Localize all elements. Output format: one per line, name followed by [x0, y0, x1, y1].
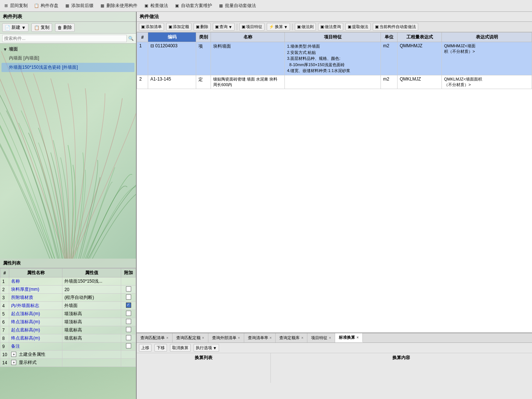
prop-value-9[interactable]	[62, 342, 121, 351]
expand-btn-14[interactable]: +	[11, 360, 16, 365]
search-icon: 🔍	[128, 36, 134, 41]
col-proj-char: 项目特征	[285, 33, 381, 42]
tree-item-outer-wall[interactable]: 外墙面150*150浅蓝色瓷砖 [外墙面]	[1, 63, 134, 72]
delete-row-btn[interactable]: ▣ 删除	[194, 23, 211, 31]
prop-value-1[interactable]: 外墙面150*150浅...	[62, 277, 121, 286]
method-btn[interactable]: ▣ 做法则	[295, 23, 316, 31]
row2-name: 镶贴陶瓷面砖密缝 墙面 水泥膏 块料周长600内	[211, 75, 285, 89]
prop-name-2: 块料厚度(mm)	[9, 286, 62, 294]
layer-copy-btn[interactable]: ⊞ 层间复制	[3, 3, 28, 9]
prop-name-7: 起点底标高(m)	[9, 326, 62, 334]
prop-value-3[interactable]: (程序自动判断)	[62, 294, 121, 302]
exec-dropdown: ▼	[213, 346, 217, 350]
project-char-btn[interactable]: ▣ 项目特征	[239, 23, 265, 31]
right-toolbar: ▣ 添加清单 ▣ 添加定额 ▣ 删除 ▣ 查询 ▼ ▣ 项目特征 ⚡	[137, 22, 532, 32]
add-list-btn[interactable]: ▣ 添加清单	[139, 23, 164, 31]
method-query-btn[interactable]: ▣ 做法查询	[318, 23, 343, 31]
tree-item-inner-wall[interactable]: 内墙面 [内墙面]	[1, 54, 134, 63]
props-col-name: 属性名称	[9, 269, 62, 277]
tab-query-match-fixed[interactable]: 查询匹配定额 ×	[173, 333, 208, 342]
prop-value-2[interactable]: 20	[62, 286, 121, 294]
calc-btn[interactable]: ⚡ 换算 ▼	[267, 23, 290, 31]
save-component-btn[interactable]: 📋 构件存盘	[34, 3, 58, 9]
data-table-container: # 编码 类别 名称 项目特征 单位 工程量表达式 表达式说明 1 ⊟	[137, 32, 532, 332]
auto-scheme-btn[interactable]: ▣ 自动套方案维护	[174, 3, 212, 9]
col-num: #	[137, 33, 148, 42]
bottom-tabs: 查询匹配清单 × 查询匹配定额 × 查询外部清单 × 查询清单率 × 查询定额库	[137, 332, 532, 399]
expand-icon: ▼	[3, 47, 7, 52]
prop-value-14	[62, 359, 121, 367]
check-method-btn[interactable]: ▣ 检查做法	[143, 3, 168, 9]
tab-project-char[interactable]: 项目特征 ×	[307, 333, 335, 342]
prefix-icon: ▦	[64, 3, 70, 9]
auto-method-icon: ▣	[375, 24, 379, 29]
prop-name-6: 终点顶标高(m)	[9, 318, 62, 326]
prop-value-7[interactable]: 墙底标高	[62, 326, 121, 334]
prop-value-8[interactable]: 墙底标高	[62, 334, 121, 342]
extract-method-btn[interactable]: ▣ 提取做法	[345, 23, 371, 31]
props-row-8: 8 终点底标高(m) 墙底标高	[0, 334, 136, 342]
sep1	[237, 24, 237, 30]
tab-close-6[interactable]: ×	[357, 335, 359, 340]
props-row-10: 10 + 土建业务属性	[0, 351, 136, 359]
row1-formula: QMMHMJZ	[398, 42, 442, 75]
tab-close-0[interactable]: ×	[166, 336, 168, 340]
prop-value-5[interactable]: 墙顶标高	[62, 310, 121, 318]
save-icon: 📋	[34, 3, 40, 9]
prop-name-4: 内/外墙面标志	[9, 302, 62, 310]
expand-btn-10[interactable]: +	[11, 352, 16, 357]
batch-auto-btn[interactable]: ▦ 批量自动套做法	[218, 3, 256, 9]
sep2	[292, 24, 293, 30]
tab-close-5[interactable]: ×	[329, 336, 331, 340]
move-up-btn[interactable]: 上移	[139, 344, 151, 352]
col-unit: 单位	[381, 33, 398, 42]
delete-row-icon: ▣	[196, 24, 200, 29]
col-type: 类别	[196, 33, 211, 42]
prop-name-3: 所附墙材质	[9, 294, 62, 302]
table-row-1[interactable]: 1 ⊟ 011204003 项 块料墙面 1.墙体类型:外墙面 2.安装方式:粘…	[137, 42, 532, 75]
row2-formula: QMKLMJZ	[398, 75, 442, 89]
move-down-btn[interactable]: 下移	[154, 344, 167, 352]
tab-query-external[interactable]: 查询外部清单 ×	[208, 333, 244, 342]
search-input[interactable]	[2, 35, 127, 42]
prop-value-4[interactable]: 外墙面	[62, 302, 121, 310]
delete-component-btn[interactable]: 🗑 删除	[55, 23, 75, 32]
auto-method-btn[interactable]: ▣ 当前构件自动套做法	[373, 23, 418, 31]
add-fixed-btn[interactable]: ▣ 添加定额	[166, 23, 191, 31]
right-panel-header: 构件做法	[137, 12, 532, 22]
cancel-calc-btn[interactable]: 取消换算	[170, 344, 191, 352]
tab-query-match-list[interactable]: 查询匹配清单 ×	[137, 333, 173, 342]
query-btn[interactable]: ▣ 查询 ▼	[213, 23, 235, 31]
tab-std-calc[interactable]: 标准换算 ×	[335, 333, 363, 342]
delete-icon: ▦	[99, 3, 105, 9]
row2-formula-note: QMKLMJZ<墙面面积（不分材质）>	[442, 75, 532, 89]
tree-group-wall[interactable]: ▼ 墙面	[1, 45, 134, 54]
table-row-2[interactable]: 2 A1-13-145 定 镶贴陶瓷面砖密缝 墙面 水泥膏 块料周长600内 m…	[137, 75, 532, 89]
top-toolbar: ⊞ 层间复制 📋 构件存盘 ▦ 添加前后缀 ▦ 删除未使用构件 ▣ 检查做法 ▣…	[0, 0, 532, 12]
tab-query-list-rate[interactable]: 查询清单率 ×	[244, 333, 276, 342]
col-formula-note: 表达式说明	[442, 33, 532, 42]
row1-unit: m2	[381, 42, 398, 75]
tab-close-3[interactable]: ×	[270, 336, 272, 340]
prop-value-6[interactable]: 墙顶标高	[62, 318, 121, 326]
tab-query-fixed[interactable]: 查询定额库 ×	[276, 333, 307, 342]
prop-name-10[interactable]: + 土建业务属性	[9, 351, 62, 359]
add-prefix-suffix-btn[interactable]: ▦ 添加前后缀	[64, 3, 93, 9]
tabs-content: 换算列表 换算内容	[137, 353, 532, 383]
calc-content-col: 换算内容	[271, 353, 532, 383]
add-list-icon: ▣	[141, 24, 145, 29]
tab-close-2[interactable]: ×	[238, 336, 240, 340]
delete-unused-btn[interactable]: ▦ 删除未使用构件	[99, 3, 137, 9]
prop-name-14[interactable]: + 显示样式	[9, 359, 62, 367]
props-row-5: 5 起点顶标高(m) 墙顶标高	[0, 310, 136, 318]
exec-options-btn[interactable]: 执行选项 ▼	[194, 344, 219, 352]
add-fixed-icon: ▣	[168, 24, 172, 29]
props-col-num: #	[0, 269, 9, 277]
copy-component-btn[interactable]: 📋 复制	[31, 23, 52, 32]
copy-icon: 📋	[34, 25, 40, 30]
new-component-btn[interactable]: 📄 新建 ▼	[2, 23, 28, 32]
tab-close-1[interactable]: ×	[202, 336, 204, 340]
tab-close-4[interactable]: ×	[301, 336, 303, 340]
properties-panel: 属性列表 # 属性名称 属性值 附加 1 名称 外墙面150*150浅...	[0, 259, 137, 399]
props-row-6: 6 终点顶标高(m) 墙顶标高	[0, 318, 136, 326]
